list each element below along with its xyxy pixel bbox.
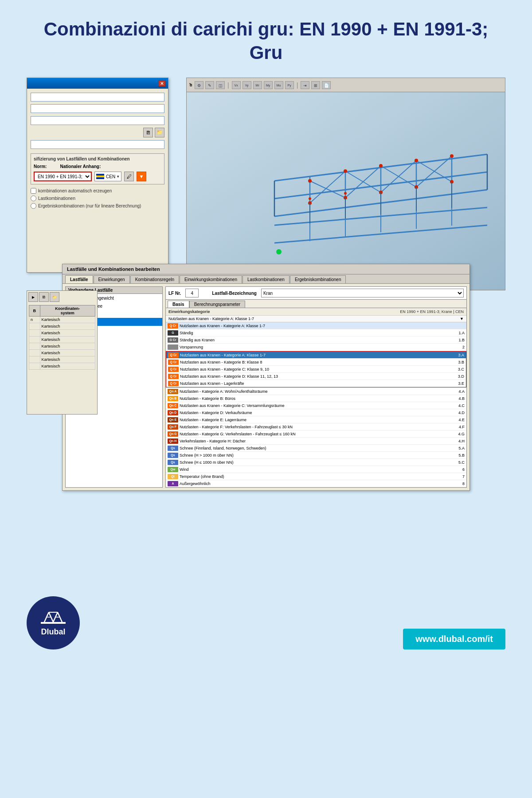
ek-item-14[interactable]: Qn F Nutzlasten - Kategorie F: Verkehrsl… (166, 423, 466, 430)
toolbar-icon-3[interactable]: ◫ (216, 81, 225, 89)
tab-kombinationsregeln[interactable]: Kombinationsregeln (130, 275, 179, 283)
svg-point-29 (309, 197, 311, 200)
ek-item-9[interactable]: Qn A Nutzlasten - Kategorie A: Wohn/Aufe… (166, 388, 466, 395)
ek-item-12[interactable]: Qn D Nutzlasten - Kategorie D: Verkaufsr… (166, 409, 466, 416)
col-header-koordinaten: Koordinaten-system (40, 305, 95, 317)
cell-n: n (29, 317, 40, 323)
3d-view-panel: 🖱 ⚙ ✎ ◫ | Vx Vy Mr My Mu Py | ⇥ ⊞ 📄 (186, 78, 505, 290)
ek-badge-7: Q Cr (168, 374, 179, 379)
ek-item-20[interactable]: Qw Wind 6 (166, 466, 466, 473)
option-1: kombinationen automatisch erzeugen (31, 188, 164, 194)
ek-num-5: 3.B (451, 360, 464, 364)
lf-nr-input[interactable] (185, 289, 199, 297)
lastfall-select[interactable]: Kran (261, 289, 464, 297)
toolbar-icon-mu[interactable]: Mu (274, 81, 283, 89)
dialog-btn-2[interactable]: 📁 (155, 128, 164, 137)
norm-select[interactable]: EN 1990 + EN 1991-3; (34, 172, 92, 181)
ek-item-6[interactable]: Q Cr Nutzlasten aus Kranen - Kategorie C… (166, 366, 466, 373)
ek-item-13[interactable]: Qn E Nutzlasten - Kategorie E: Lagerräum… (166, 416, 466, 423)
dialog-input-1[interactable] (31, 93, 164, 102)
toolbar-icon-vx[interactable]: Vx (232, 81, 241, 89)
ek-text-1: Ständig (180, 331, 450, 335)
ek-dropdown[interactable]: Nutzlasten aus Kranen - Kategorie A: Kla… (166, 316, 466, 322)
ek-badge-3 (168, 344, 178, 350)
ek-item-18[interactable]: Qs Schnee (H > 1000 m über NN) 5.B (166, 452, 466, 459)
small-btn-1[interactable]: ▶ (28, 292, 38, 302)
toolbar-icon-mr[interactable]: Mr (253, 81, 262, 89)
ek-item-21[interactable]: Qt Temperatur (ohne Brand) 7 (166, 473, 466, 480)
option-3-radio[interactable] (31, 203, 36, 209)
ek-item-7[interactable]: Q Cr Nutzlasten aus Kranen - Kategorie D… (166, 373, 466, 380)
tab-lastkombinationen[interactable]: Lastkombinationen (243, 275, 289, 283)
ek-badge-6: Q Cr (168, 367, 179, 372)
sub-tab-berechnungsparameter[interactable]: Berechnungsparameter (189, 301, 246, 308)
tab-einwirkungen[interactable]: Einwirkungen (94, 275, 130, 283)
ek-item-11[interactable]: Qn C Nutzlasten aus Kranen - Kategorie C… (166, 402, 466, 409)
option-1-checkbox[interactable] (31, 188, 36, 194)
table-row: Kartesisch (29, 330, 95, 336)
ek-badge-14: Qn F (168, 424, 178, 430)
toolbar-icon-vy[interactable]: Vy (243, 81, 251, 89)
tab-ergebniskombinationen[interactable]: Ergebniskombinationen (290, 275, 346, 283)
ek-item-10[interactable]: Qn B Nutzlasten - Kategorie B: Büros 4.B (166, 395, 466, 402)
lf-nr-label: LF Nr. (168, 291, 181, 296)
close-button[interactable]: ✕ (158, 80, 165, 86)
ek-badge-16: Qn H (168, 438, 178, 444)
cell-kartesisch-7: Kartesisch (40, 356, 95, 363)
ek-item-2[interactable]: G Cr Ständig aus Kranen 1.B (166, 336, 466, 344)
ek-text-2: Ständig aus Kranen (180, 338, 450, 342)
sub-tab-basis[interactable]: Basis (168, 301, 189, 308)
toolbar-icon-2[interactable]: ✎ (205, 81, 214, 89)
ek-item-3[interactable]: Vorspannung 2 (166, 344, 466, 351)
flag-eu-icon (96, 174, 104, 179)
ek-item-16[interactable]: Qn H Verkehrslasten - Kategorie H: Däche… (166, 438, 466, 445)
toolbar: 🖱 ⚙ ✎ ◫ | Vx Vy Mr My Mu Py | ⇥ ⊞ 📄 (186, 78, 505, 92)
ek-item-22[interactable]: A Außergewöhnlich 8 (166, 480, 466, 487)
bridge-icon (40, 610, 66, 626)
cell-empty-4 (29, 343, 40, 350)
ek-item-1[interactable]: G Ständig 1.A (166, 329, 466, 336)
dialog-btn-1[interactable]: 🖹 (143, 128, 153, 137)
ek-item-0[interactable]: Q Cr Nutzlasten aus Kranen - Kategorie A… (166, 322, 466, 329)
ek-item-4[interactable]: Q Cr Nutzlasten aus Kranen - Kategorie A… (166, 352, 466, 359)
tab-lastfaelle[interactable]: Lastfälle (65, 275, 93, 283)
toolbar-icon-my[interactable]: My (264, 81, 273, 89)
ek-badge-15: Qn G (168, 431, 178, 437)
norm-section: sifizierung von Lastfällen und Kombinati… (31, 153, 164, 184)
norm-filter-btn[interactable]: ▼ (137, 172, 146, 181)
toolbar-icon-doc[interactable]: 📄 (322, 81, 331, 89)
ek-item-5[interactable]: Q Cr Nutzlasten aus Kranen - Kategorie B… (166, 359, 466, 366)
ek-badge-19: Qs (168, 460, 178, 465)
toolbar-icon-arrow[interactable]: ⇥ (301, 81, 309, 89)
toolbar-icon-1[interactable]: ⚙ (195, 81, 203, 89)
footer-url-badge[interactable]: www.dlubal.com/it (403, 629, 505, 649)
ek-item-17[interactable]: Qs Schnee (Finnland, Island, Norwegen, S… (166, 445, 466, 452)
ek-num-1: 1.A (451, 331, 465, 335)
toolbar-icon-grid[interactable]: ⊞ (311, 81, 320, 89)
tab-einwirkungskombinationen[interactable]: Einwirkungskombinationen (180, 275, 242, 283)
ek-badge-13: Qn E (168, 417, 178, 422)
cell-kartesisch-1: Kartesisch (40, 317, 95, 323)
ek-num-10: 4.B (451, 396, 465, 401)
ek-badge-21: Qt (168, 474, 178, 479)
detail-panel: LF Nr. Lastfall-Bezeichnung Kran Basis B… (165, 286, 467, 488)
sub-tab-bar: Basis Berechnungsparameter (166, 300, 466, 308)
ek-text-22: Außergewöhnlich (180, 481, 450, 486)
dialog-input-3[interactable] (31, 116, 164, 125)
ek-item-19[interactable]: Qs Schnee (H ≤ 1000 m über NN) 5.C (166, 459, 466, 466)
ek-text-4: Nutzlasten aus Kranen - Kategorie A: Kla… (180, 353, 450, 357)
dialog-input-2[interactable] (31, 104, 164, 113)
ek-item-15[interactable]: Qn G Nutzlasten - Kategorie G: Verkehrsl… (166, 430, 466, 438)
ek-text-3: Vorspannung (180, 345, 450, 349)
input-row-1 (31, 92, 164, 102)
national-select-wrapper: CEN ▼ (94, 172, 121, 181)
small-btn-2[interactable]: 🖹 (39, 292, 49, 302)
ek-num-22: 8 (451, 481, 465, 486)
ek-item-8[interactable]: Q Cr Nutzlasten aus Kranen - Lagerkräfte… (166, 380, 466, 387)
dialog-input-4[interactable] (31, 140, 164, 149)
norm-edit-btn[interactable]: 🖊 (124, 172, 134, 181)
ek-num-11: 4.C (451, 403, 465, 408)
toolbar-icon-py[interactable]: Py (285, 81, 294, 89)
option-2-radio[interactable] (31, 196, 36, 201)
small-btn-3[interactable]: 📁 (50, 292, 59, 302)
